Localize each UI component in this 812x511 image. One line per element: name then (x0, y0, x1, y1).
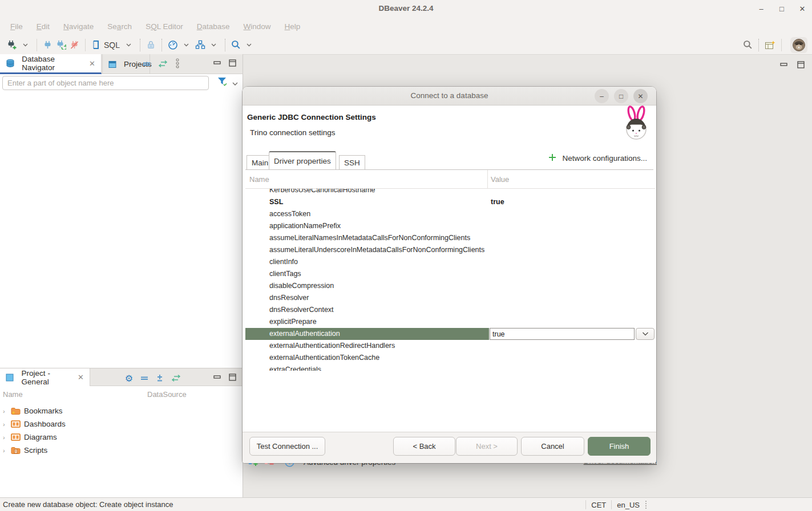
property-row-externalAuthenticationRedirectHandlers[interactable]: externalAuthenticationRedirectHandlers (245, 340, 655, 352)
dbeaver-profile-button[interactable] (790, 37, 807, 53)
property-row-SSL[interactable]: SSLtrue (245, 196, 655, 208)
global-search-icon[interactable] (741, 38, 754, 52)
value-dropdown-button[interactable] (636, 328, 655, 340)
tree-item-dashboards[interactable]: ›Dashboards (0, 417, 243, 431)
minimize-part-icon[interactable] (780, 61, 788, 71)
property-row-externalAuthentication[interactable]: externalAuthentication (245, 328, 489, 340)
property-row-disableCompression[interactable]: disableCompression (245, 280, 655, 292)
menu-edit[interactable]: Edit (31, 20, 55, 33)
new-connection-dropdown[interactable] (19, 38, 31, 52)
property-row-KerberosUseCanonicalHostname[interactable]: KerberosUseCanonicalHostname (245, 189, 655, 196)
menu-sql-editor[interactable]: SQL Editor (140, 20, 189, 33)
sql-editor-label[interactable]: SQL (104, 40, 120, 50)
expand-all-icon[interactable] (156, 374, 164, 384)
back-button[interactable]: < Back (393, 437, 455, 456)
close-tab-icon[interactable]: ✕ (78, 373, 84, 382)
dashboard-dropdown[interactable] (180, 38, 192, 52)
reconnect-icon[interactable] (54, 38, 68, 52)
tree-item-scripts[interactable]: ›Scripts (0, 444, 243, 457)
menu-navigate[interactable]: Navigate (58, 20, 99, 33)
search-dropdown[interactable] (243, 38, 255, 52)
close-icon[interactable]: ✕ (796, 2, 809, 15)
tab-project-general[interactable]: Project - General ✕ (0, 368, 90, 386)
property-row-dnsResolverContext[interactable]: dnsResolverContext (245, 304, 655, 316)
object-filter-input[interactable] (2, 76, 209, 90)
maximize-part-icon[interactable] (797, 61, 805, 71)
diagram-folder-icon (11, 433, 21, 441)
navigator-tree-empty[interactable] (0, 91, 243, 368)
property-row-applicationNamePrefix[interactable]: applicationNamePrefix (245, 220, 655, 232)
property-row-clientInfo[interactable]: clientInfo (245, 256, 655, 268)
property-row-explicitPrepare[interactable]: explicitPrepare (245, 316, 655, 328)
expand-chevron-icon[interactable]: › (3, 408, 11, 415)
property-name: KerberosUseCanonicalHostname (269, 189, 375, 194)
header-value[interactable]: Value (491, 175, 509, 184)
property-row-externalAuthenticationTokenCache[interactable]: externalAuthenticationTokenCache (245, 352, 655, 364)
filter-dropdown-icon[interactable] (232, 78, 238, 88)
maximize-icon[interactable]: □ (775, 2, 788, 15)
minimize-view-icon[interactable] (213, 59, 221, 70)
property-row-assumeLiteralUnderscoreInMetadataCallsForNonConformingClients[interactable]: assumeLiteralUnderscoreInMetadataCallsFo… (245, 244, 655, 256)
expand-chevron-icon[interactable]: › (3, 421, 11, 428)
maximize-view-icon[interactable] (229, 374, 237, 384)
dialog-titlebar[interactable]: Connect to a database – □ ✕ (243, 87, 656, 106)
column-datasource[interactable]: DataSource (147, 390, 187, 399)
menu-window[interactable]: Window (238, 20, 277, 33)
next-button[interactable]: Next > (456, 437, 518, 456)
tab-ssh[interactable]: SSH (339, 155, 365, 169)
property-value-input[interactable] (490, 328, 635, 340)
driver-manager-dropdown[interactable] (207, 38, 220, 52)
new-connection-icon[interactable] (5, 38, 19, 52)
dialog-minimize-icon[interactable]: – (595, 89, 609, 103)
menu-search[interactable]: Search (102, 20, 138, 33)
test-connection-button[interactable]: Test Connection ... (249, 437, 325, 456)
property-row-clientTags[interactable]: clientTags (245, 268, 655, 280)
status-timezone[interactable]: CET (591, 501, 606, 509)
column-name[interactable]: Name (3, 390, 23, 399)
maximize-view-icon[interactable] (229, 59, 237, 70)
transaction-lock-icon[interactable] (144, 38, 157, 52)
perspective-icon[interactable] (763, 38, 777, 52)
search-metadata-icon[interactable] (229, 38, 243, 52)
connect-icon[interactable] (41, 38, 54, 52)
link-with-editor-icon[interactable] (158, 59, 168, 70)
table-body: KerberosUseCanonicalHostnameSSLtrueacces… (245, 189, 655, 371)
sql-editor-dropdown[interactable] (122, 38, 135, 52)
property-row-accessToken[interactable]: accessToken (245, 208, 655, 220)
status-locale[interactable]: en_US (617, 501, 640, 509)
dialog-maximize-icon[interactable]: □ (614, 89, 628, 103)
property-row-assumeLiteralNamesInMetadataCallsForNonConformingClients[interactable]: assumeLiteralNamesInMetadataCallsForNonC… (245, 232, 655, 244)
collapse-all-icon[interactable] (143, 59, 151, 70)
tree-item-bookmarks[interactable]: ›Bookmarks (0, 404, 243, 417)
menu-help[interactable]: Help (279, 20, 306, 33)
collapse-all-icon[interactable] (140, 374, 148, 384)
settings-gear-icon[interactable]: ⚙ (125, 373, 133, 384)
cancel-button[interactable]: Cancel (521, 437, 584, 456)
link-with-editor-icon[interactable] (171, 374, 181, 384)
tree-item-diagrams[interactable]: ›Diagrams (0, 431, 243, 444)
finish-button[interactable]: Finish (588, 437, 651, 456)
menu-file[interactable]: File (5, 20, 29, 33)
sql-editor-icon[interactable] (90, 38, 103, 52)
dashboard-icon[interactable] (166, 38, 180, 52)
minimize-view-icon[interactable] (213, 374, 221, 384)
disconnect-icon[interactable] (68, 38, 81, 52)
close-tab-icon[interactable]: ✕ (89, 59, 95, 68)
tab-database-navigator[interactable]: Database Navigator ✕ (0, 54, 102, 74)
network-configurations-button[interactable]: Network configurations... (548, 153, 647, 163)
view-menu-icon[interactable] (175, 58, 180, 71)
tab-driver-properties[interactable]: Driver properties (269, 151, 336, 169)
database-navigator-panel: Database Navigator ✕ Projects (0, 54, 243, 368)
folder-script-icon (11, 446, 21, 455)
property-row-dnsResolver[interactable]: dnsResolver (245, 292, 655, 304)
minimize-icon[interactable]: – (755, 2, 767, 15)
expand-chevron-icon[interactable]: › (3, 447, 11, 454)
filter-funnel-icon[interactable] (217, 77, 228, 89)
menu-database[interactable]: Database (191, 20, 236, 33)
expand-chevron-icon[interactable]: › (3, 434, 11, 441)
header-name[interactable]: Name (249, 175, 269, 184)
trino-bunny-icon (622, 106, 651, 143)
dialog-close-icon[interactable]: ✕ (633, 89, 648, 103)
driver-manager-icon[interactable] (193, 38, 207, 52)
property-row-extraCredentials[interactable]: extraCredentials (245, 364, 655, 371)
